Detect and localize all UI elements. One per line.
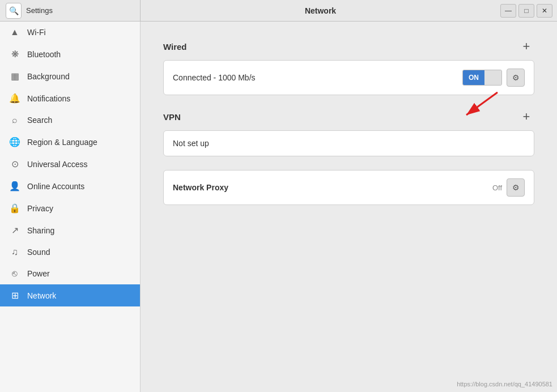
maximize-button[interactable]: □ bbox=[518, 4, 534, 18]
sidebar-item-bluetooth[interactable]: ❋Bluetooth bbox=[0, 43, 140, 65]
vpn-section-header: VPN + bbox=[163, 109, 534, 125]
proxy-section: Network Proxy Off ⚙ bbox=[163, 170, 534, 205]
sidebar-label-online-accounts: Online Accounts bbox=[27, 182, 84, 191]
sidebar-label-wifi: Wi-Fi bbox=[27, 28, 46, 37]
background-icon: ▦ bbox=[9, 71, 20, 82]
region-icon: 🌐 bbox=[9, 137, 20, 147]
sidebar-item-region[interactable]: 🌐Region & Language bbox=[0, 131, 140, 153]
sidebar-item-sharing[interactable]: ↗Sharing bbox=[0, 219, 140, 241]
power-icon: ⎋ bbox=[9, 269, 20, 279]
sidebar-label-background: Background bbox=[27, 72, 70, 81]
sidebar-label-notifications: Notifications bbox=[27, 94, 70, 103]
wired-connection-card: Connected - 1000 Mb/s ON ⚙ bbox=[163, 60, 534, 95]
sidebar-item-notifications[interactable]: 🔔Notifications bbox=[0, 87, 140, 109]
proxy-settings-button[interactable]: ⚙ bbox=[507, 178, 525, 197]
sidebar-label-sound: Sound bbox=[27, 248, 50, 257]
titlebar-search-button[interactable]: 🔍 bbox=[6, 3, 22, 19]
sidebar-item-background[interactable]: ▦Background bbox=[0, 65, 140, 87]
titlebar-left: 🔍 Settings bbox=[0, 0, 141, 21]
sidebar-label-universal-access: Universal Access bbox=[27, 160, 88, 169]
titlebar: 🔍 Settings Network — □ ✕ bbox=[0, 0, 557, 22]
bluetooth-icon: ❋ bbox=[9, 49, 20, 59]
wired-section: Wired + Connected - 1000 Mb/s ON ⚙ bbox=[163, 39, 534, 95]
sidebar-item-power[interactable]: ⎋Power bbox=[0, 263, 140, 284]
network-icon: ⊞ bbox=[9, 290, 20, 301]
privacy-icon: 🔒 bbox=[9, 203, 20, 214]
sidebar-label-search: Search bbox=[27, 116, 52, 125]
toggle-on-label: ON bbox=[463, 70, 484, 85]
proxy-gear-icon: ⚙ bbox=[512, 183, 520, 192]
sidebar-label-bluetooth: Bluetooth bbox=[27, 50, 61, 59]
notifications-icon: 🔔 bbox=[9, 93, 20, 104]
wired-section-header: Wired + bbox=[163, 39, 534, 54]
content-panel: Wired + Connected - 1000 Mb/s ON ⚙ bbox=[141, 22, 557, 392]
proxy-card: Network Proxy Off ⚙ bbox=[163, 170, 534, 205]
sidebar-label-privacy: Privacy bbox=[27, 204, 53, 213]
proxy-status: Off bbox=[492, 184, 502, 192]
window-title: Network bbox=[305, 6, 336, 15]
wired-settings-button[interactable]: ⚙ bbox=[507, 69, 525, 87]
wired-toggle[interactable]: ON bbox=[462, 70, 502, 86]
sidebar-label-sharing: Sharing bbox=[27, 226, 54, 235]
online-accounts-icon: 👤 bbox=[9, 181, 20, 191]
wifi-icon: ▲ bbox=[9, 27, 20, 37]
close-button[interactable]: ✕ bbox=[537, 4, 552, 18]
sharing-icon: ↗ bbox=[9, 225, 20, 236]
wired-title: Wired bbox=[163, 42, 187, 52]
wired-add-button[interactable]: + bbox=[518, 39, 534, 54]
wired-connection-label: Connected - 1000 Mb/s bbox=[173, 73, 256, 82]
vpn-connection-card: Not set up bbox=[163, 130, 534, 156]
sidebar-item-online-accounts[interactable]: 👤Online Accounts bbox=[0, 175, 140, 197]
sidebar-label-region: Region & Language bbox=[27, 138, 97, 147]
sidebar-item-universal-access[interactable]: ⊙Universal Access bbox=[0, 153, 140, 175]
sidebar: ▲Wi-Fi❋Bluetooth▦Background🔔Notification… bbox=[0, 22, 141, 392]
vpn-title: VPN bbox=[163, 112, 181, 122]
toggle-track bbox=[484, 70, 501, 85]
window-controls: — □ ✕ bbox=[500, 4, 557, 18]
gear-icon: ⚙ bbox=[512, 73, 520, 82]
sidebar-item-network[interactable]: ⊞Network bbox=[0, 284, 140, 306]
sidebar-label-power: Power bbox=[27, 269, 50, 278]
sidebar-label-network: Network bbox=[27, 291, 56, 300]
main-area: ▲Wi-Fi❋Bluetooth▦Background🔔Notification… bbox=[0, 22, 557, 392]
wired-card-right: ON ⚙ bbox=[462, 69, 525, 87]
vpn-add-button[interactable]: + bbox=[518, 109, 534, 125]
sidebar-item-privacy[interactable]: 🔒Privacy bbox=[0, 197, 140, 219]
sidebar-item-wifi[interactable]: ▲Wi-Fi bbox=[0, 22, 140, 43]
app-name: Settings bbox=[26, 6, 53, 15]
watermark: https://blog.csdn.net/qq_41490581 bbox=[457, 381, 552, 387]
sidebar-item-sound[interactable]: ♫Sound bbox=[0, 241, 140, 263]
universal-access-icon: ⊙ bbox=[9, 159, 20, 169]
proxy-label: Network Proxy bbox=[173, 183, 228, 192]
titlebar-center: Network bbox=[141, 6, 500, 15]
vpn-connection-label: Not set up bbox=[173, 139, 209, 148]
proxy-card-right: Off ⚙ bbox=[492, 178, 525, 197]
sidebar-item-search[interactable]: ⌕Search bbox=[0, 109, 140, 131]
search-icon: ⌕ bbox=[9, 115, 20, 125]
minimize-button[interactable]: — bbox=[500, 4, 516, 18]
sound-icon: ♫ bbox=[9, 247, 20, 257]
vpn-section: VPN + Not set up bbox=[163, 109, 534, 156]
